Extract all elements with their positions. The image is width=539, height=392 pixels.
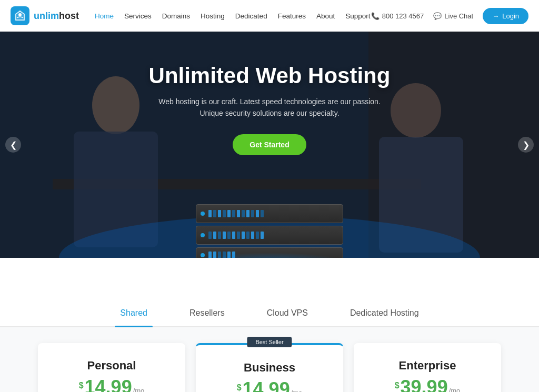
plan-enterprise-price: $ 39.99 /mo <box>368 378 486 392</box>
tab-dedicated-hosting[interactable]: Dedicated Hosting <box>345 300 424 326</box>
hero-section: Unlimited Web Hosting Web hosting is our… <box>0 32 539 258</box>
plan-business-price: $ 14.99 /mo <box>211 380 328 392</box>
hero-content: Unlimited Web Hosting Web hosting is our… <box>149 32 391 155</box>
hero-title: Unlimited Web Hosting <box>149 63 391 88</box>
nav-dedicated[interactable]: Dedicated <box>235 12 267 20</box>
plan-enterprise-amount: 39.99 <box>401 378 448 392</box>
svg-point-1 <box>18 13 22 16</box>
plan-enterprise-period: /mo <box>449 387 461 392</box>
chat-icon: 💬 <box>433 12 442 20</box>
hero-subtitle: Web hosting is our craft. Latest speed t… <box>149 96 391 119</box>
nav-about[interactable]: About <box>316 12 335 20</box>
plan-personal-name: Personal <box>53 359 171 373</box>
phone-link[interactable]: 📞 800 123 4567 <box>371 12 424 20</box>
plan-enterprise: Enterprise $ 39.99 /mo 119 Resold Accoun… <box>354 343 501 392</box>
hero-next-button[interactable]: ❯ <box>518 137 534 153</box>
header-right: 📞 800 123 4567 💬 Live Chat → Login <box>371 8 528 24</box>
chat-link[interactable]: 💬 Live Chat <box>433 12 473 20</box>
plan-business-name: Business <box>211 361 328 375</box>
plan-enterprise-name: Enterprise <box>368 359 486 373</box>
tab-shared[interactable]: Shared <box>115 300 153 326</box>
tab-cloud-vps[interactable]: Cloud VPS <box>262 300 313 326</box>
plan-personal-currency: $ <box>79 381 84 390</box>
plan-business-period: /mo <box>291 389 303 392</box>
tabs-container: Shared Resellers Cloud VPS Dedicated Hos… <box>0 300 539 327</box>
plan-business-currency: $ <box>237 383 242 392</box>
plan-personal-period: /mo <box>133 387 145 392</box>
plan-personal-amount: 14.99 <box>85 378 132 392</box>
server-unit-1 <box>196 204 343 223</box>
get-started-button[interactable]: Get Started <box>233 134 306 155</box>
login-arrow-icon: → <box>492 12 499 20</box>
phone-number: 800 123 4567 <box>382 12 424 20</box>
pricing-section: Personal $ 14.99 /mo 19 Resold Accounts … <box>0 327 539 392</box>
nav-services[interactable]: Services <box>124 12 152 20</box>
logo[interactable]: unlimhost <box>11 6 79 25</box>
hosting-tabs-section: Shared Resellers Cloud VPS Dedicated Hos… <box>0 258 539 327</box>
plan-business: Best Seller Business $ 14.99 /mo 99 Reso… <box>196 343 343 392</box>
login-button[interactable]: → Login <box>483 8 528 24</box>
server-glow <box>191 253 348 258</box>
tab-resellers[interactable]: Resellers <box>184 300 230 326</box>
nav-domains[interactable]: Domains <box>162 12 190 20</box>
logo-text: unlimhost <box>34 11 79 22</box>
header: unlimhost Home Services Domains Hosting … <box>0 0 539 32</box>
plan-personal: Personal $ 14.99 /mo 19 Resold Accounts … <box>38 343 185 392</box>
main-nav: Home Services Domains Hosting Dedicated … <box>95 12 371 20</box>
hero-prev-button[interactable]: ❮ <box>5 137 21 153</box>
plan-enterprise-currency: $ <box>395 381 400 390</box>
best-seller-badge: Best Seller <box>247 337 292 347</box>
nav-support[interactable]: Support <box>345 12 370 20</box>
plan-personal-price: $ 14.99 /mo <box>53 378 171 392</box>
login-label: Login <box>502 12 519 20</box>
server-image <box>196 204 343 258</box>
nav-home[interactable]: Home <box>95 12 114 20</box>
chat-label: Live Chat <box>444 12 473 20</box>
plan-business-amount: 14.99 <box>243 380 290 392</box>
logo-icon <box>11 6 29 25</box>
server-unit-2 <box>196 226 343 245</box>
nav-hosting[interactable]: Hosting <box>201 12 225 20</box>
phone-icon: 📞 <box>371 12 380 20</box>
nav-features[interactable]: Features <box>278 12 306 20</box>
